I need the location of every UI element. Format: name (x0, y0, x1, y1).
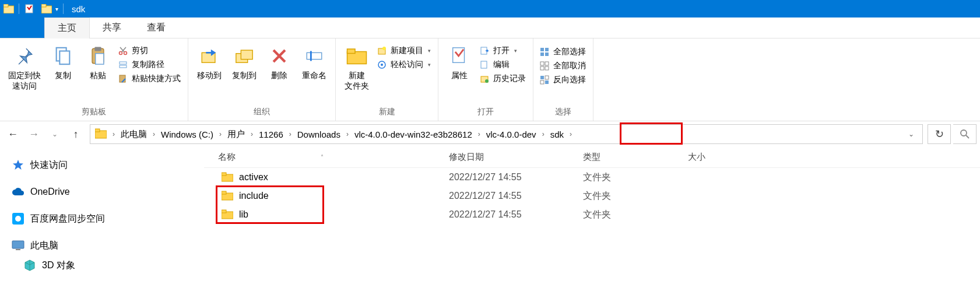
file-tab[interactable] (0, 17, 44, 38)
breadcrumb-chevron-icon[interactable]: › (539, 130, 548, 138)
svg-rect-39 (540, 76, 544, 79)
file-row[interactable]: activex 2022/12/27 14:55 文件夹 (204, 168, 980, 187)
qat-properties-icon[interactable] (23, 2, 36, 15)
new-folder-button[interactable]: 新建 文件夹 (339, 41, 374, 92)
select-none-label: 全部取消 (553, 61, 586, 71)
chevron-down-icon: ▾ (428, 62, 431, 68)
breadcrumb-item[interactable]: sdk (548, 129, 566, 139)
paste-shortcut-icon (118, 73, 128, 84)
copy-to-button[interactable]: 复制到 (227, 41, 262, 82)
breadcrumb-chevron-icon[interactable]: › (149, 130, 159, 138)
history-icon (479, 73, 490, 84)
column-headers: 名称˄ 修改日期 类型 大小 (204, 147, 980, 168)
move-to-button[interactable]: 移动到 (192, 41, 227, 82)
breadcrumb-chevron-icon[interactable]: › (475, 130, 484, 138)
copy-button[interactable]: 复制 (45, 41, 80, 82)
tab-home[interactable]: 主页 (44, 17, 90, 38)
breadcrumb-chevron-icon[interactable]: › (566, 130, 575, 138)
search-button[interactable] (953, 124, 977, 144)
ribbon-group-open: 属性 打开 ▾ 编辑 历史记录 打开 (438, 38, 533, 121)
breadcrumb-chevron-icon[interactable]: › (109, 130, 118, 138)
title-bar: ▾ sdk (0, 0, 980, 17)
nav-bar: ← → ⌄ ↑ › 此电脑 › Windows (C:) › 用户 › 1126… (0, 121, 980, 147)
breadcrumb-item[interactable]: vlc-4.0.0-dev-win32-e3b28612 (352, 129, 475, 139)
select-all-button[interactable]: 全部选择 (539, 47, 586, 57)
breadcrumb-item[interactable]: 此电脑 (118, 129, 149, 140)
column-header-size[interactable]: 大小 (688, 152, 775, 163)
cloud-icon (12, 185, 24, 198)
file-list-pane: 名称˄ 修改日期 类型 大小 activex 2022/12/27 14:55 … (204, 147, 980, 305)
tab-share[interactable]: 共享 (90, 17, 134, 38)
svg-rect-4 (41, 4, 46, 7)
edit-button[interactable]: 编辑 (479, 59, 526, 70)
breadcrumb-item[interactable]: Downloads (295, 129, 343, 139)
svg-rect-40 (545, 76, 549, 79)
sort-indicator-icon: ˄ (321, 154, 324, 160)
svg-rect-12 (120, 62, 127, 64)
breadcrumb-item[interactable]: 用户 (225, 129, 247, 140)
tab-view[interactable]: 查看 (134, 17, 178, 38)
breadcrumb-chevron-icon[interactable]: › (216, 130, 225, 138)
breadcrumb-chevron-icon[interactable]: › (247, 130, 257, 138)
address-bar[interactable]: › 此电脑 › Windows (C:) › 用户 › 11266 › Down… (90, 124, 923, 144)
copy-path-button[interactable]: 复制路径 (118, 59, 181, 70)
ribbon-group-organize: 移动到 复制到 删除 重命名 组织 (188, 38, 336, 121)
folder-icon (95, 128, 107, 140)
new-folder-label: 新建 文件夹 (345, 70, 369, 91)
edit-icon (479, 59, 490, 70)
sidebar-item-onedrive[interactable]: OneDrive (12, 182, 204, 202)
copy-to-icon (233, 44, 256, 68)
ribbon-group-new: 新建 文件夹 新建项目 ▾ 轻松访问 ▾ 新建 (336, 38, 438, 121)
easy-access-label: 轻松访问 (391, 59, 423, 70)
3d-icon (23, 259, 36, 272)
sidebar-item-quick-access[interactable]: 快速访问 (12, 155, 204, 175)
select-none-button[interactable]: 全部取消 (539, 61, 586, 71)
easy-access-button[interactable]: 轻松访问 ▾ (377, 59, 431, 70)
sidebar-item-this-pc[interactable]: 此电脑 (12, 236, 204, 255)
new-item-button[interactable]: 新建项目 ▾ (377, 45, 431, 56)
qat-newfolder-icon[interactable] (40, 2, 53, 15)
group-select-label: 选择 (537, 106, 589, 120)
pin-button[interactable]: 固定到快 速访问 (3, 41, 45, 92)
nav-forward-button[interactable]: → (24, 125, 43, 143)
nav-back-button[interactable]: ← (3, 125, 22, 143)
open-button[interactable]: 打开 ▾ (479, 45, 526, 56)
column-header-name[interactable]: 名称˄ (204, 152, 449, 163)
ribbon-group-clipboard: 固定到快 速访问 复制 粘贴 剪切 复制路径 (0, 38, 188, 121)
sidebar-item-baidu[interactable]: 百度网盘同步空间 (12, 209, 204, 229)
rename-button[interactable]: 重命名 (297, 41, 332, 82)
properties-button[interactable]: 属性 (442, 41, 477, 82)
svg-rect-51 (222, 173, 226, 176)
address-dropdown-icon[interactable]: ⌄ (902, 130, 920, 138)
select-all-label: 全部选择 (553, 47, 586, 57)
sidebar-item-3d-objects[interactable]: 3D 对象 (12, 255, 204, 275)
chevron-down-icon: ▾ (428, 48, 431, 54)
svg-rect-19 (310, 51, 312, 61)
rename-label: 重命名 (302, 70, 326, 80)
column-header-date[interactable]: 修改日期 (449, 152, 583, 163)
nav-up-button[interactable]: ↑ (66, 125, 85, 143)
svg-rect-49 (16, 249, 20, 250)
breadcrumb-item[interactable]: 11266 (257, 129, 286, 139)
breadcrumb-item[interactable]: vlc-4.0.0-dev (484, 129, 539, 139)
paste-shortcut-button[interactable]: 粘贴快捷方式 (118, 73, 181, 84)
nav-recent-dropdown[interactable]: ⌄ (45, 125, 64, 143)
history-button[interactable]: 历史记录 (479, 73, 526, 84)
svg-rect-37 (540, 66, 544, 70)
breadcrumb-item[interactable]: Windows (C:) (159, 129, 216, 139)
sidebar-label: 快速访问 (30, 159, 68, 171)
refresh-button[interactable]: ↻ (928, 124, 951, 144)
invert-selection-button[interactable]: 反向选择 (539, 75, 586, 85)
move-to-icon (198, 44, 221, 68)
qat-dropdown-icon[interactable]: ▾ (55, 6, 58, 12)
new-item-icon (377, 45, 387, 56)
history-label: 历史记录 (493, 73, 526, 84)
cut-button[interactable]: 剪切 (118, 45, 181, 56)
column-header-type[interactable]: 类型 (583, 152, 688, 163)
group-organize-label: 组织 (192, 106, 332, 120)
ribbon: 固定到快 速访问 复制 粘贴 剪切 复制路径 (0, 38, 980, 121)
breadcrumb-chevron-icon[interactable]: › (343, 130, 352, 138)
delete-button[interactable]: 删除 (262, 41, 297, 82)
paste-button[interactable]: 粘贴 (80, 41, 115, 82)
breadcrumb-chevron-icon[interactable]: › (286, 130, 295, 138)
